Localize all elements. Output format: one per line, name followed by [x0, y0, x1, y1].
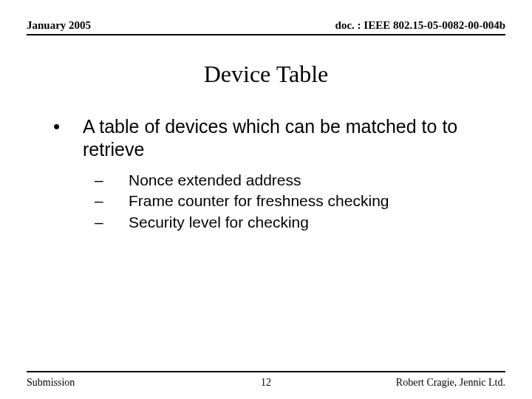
dash-marker-icon: – [95, 171, 129, 190]
content-area: • A table of devices which can be matche… [53, 115, 502, 233]
sub-text: Nonce extended address [129, 171, 301, 190]
sub-item: – Nonce extended address [95, 171, 502, 190]
slide-title: Device Table [0, 61, 532, 88]
sub-item: – Frame counter for freshness checking [95, 191, 502, 211]
header-docref: doc. : IEEE 802.15-05-0082-00-004b [335, 19, 505, 32]
header-date: January 2005 [27, 19, 91, 32]
footer-page-number: 12 [261, 377, 271, 389]
sub-text: Security level for checking [129, 213, 309, 232]
dash-marker-icon: – [95, 191, 129, 211]
footer-author: Robert Cragie, Jennic Ltd. [396, 377, 505, 389]
sub-item: – Security level for checking [95, 213, 502, 232]
bullet-text: A table of devices which can be matched … [83, 115, 502, 160]
footer: Submission 12 Robert Cragie, Jennic Ltd. [27, 377, 505, 389]
sublist: – Nonce extended address – Frame counter… [95, 171, 502, 232]
header-rule [27, 34, 505, 35]
footer-left: Submission [27, 377, 75, 389]
footer-rule [27, 371, 505, 372]
bullet-item: • A table of devices which can be matche… [53, 115, 502, 160]
header: January 2005 doc. : IEEE 802.15-05-0082-… [27, 19, 505, 32]
sub-text: Frame counter for freshness checking [129, 191, 389, 211]
slide: January 2005 doc. : IEEE 802.15-05-0082-… [0, 0, 532, 399]
bullet-marker-icon: • [53, 115, 83, 138]
dash-marker-icon: – [95, 213, 129, 232]
